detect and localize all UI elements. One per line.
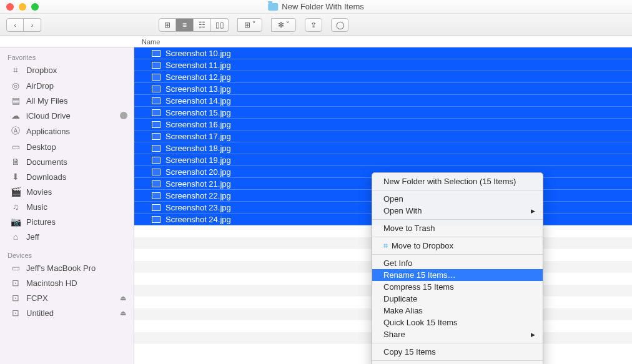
sidebar-device-jeff-s-macbook-pro[interactable]: ▭Jeff's MacBook Pro (0, 260, 134, 275)
image-file-icon (152, 180, 160, 187)
sidebar-icon: 📷 (10, 217, 21, 227)
fullscreen-window-button[interactable] (31, 3, 39, 11)
ctx-separator (372, 254, 543, 255)
file-row[interactable]: Screenshot 17.jpg (134, 130, 632, 142)
eject-icon[interactable]: ⏏ (120, 294, 126, 302)
list-icon: ≡ (182, 21, 187, 29)
back-button[interactable]: ‹ (6, 18, 24, 32)
ctx-open-with[interactable]: Open With (372, 205, 543, 217)
ctx-move-to-trash[interactable]: Move to Trash (372, 222, 543, 234)
ctx-open[interactable]: Open (372, 193, 543, 205)
ctx-quick-look[interactable]: Quick Look 15 Items (372, 317, 543, 328)
ctx-rename[interactable]: Rename 15 Items… (372, 269, 543, 281)
sidebar-item-applications[interactable]: ⒶApplications (0, 123, 134, 139)
file-name: Screenshot 10.jpg (165, 49, 231, 58)
arrange-button[interactable]: ⊞ ˅ (237, 18, 262, 32)
ctx-get-info[interactable]: Get Info (372, 257, 543, 269)
eject-icon[interactable]: ⏏ (120, 309, 126, 317)
ctx-copy[interactable]: Copy 15 Items (372, 346, 543, 358)
ctx-compress[interactable]: Compress 15 Items (372, 281, 543, 293)
file-list[interactable]: Screenshot 10.jpgScreenshot 11.jpgScreen… (134, 47, 632, 364)
file-row[interactable]: Screenshot 11.jpg (134, 59, 632, 71)
sidebar-item-label: Jeff (26, 232, 39, 242)
image-file-icon (152, 62, 160, 69)
sidebar-item-label: Movies (26, 187, 52, 197)
sidebar-item-label: FCPX (26, 293, 48, 303)
file-row[interactable]: Screenshot 14.jpg (134, 95, 632, 107)
file-name: Screenshot 18.jpg (165, 144, 231, 153)
sidebar-item-music[interactable]: ♫Music (0, 199, 134, 214)
file-row[interactable]: Screenshot 13.jpg (134, 83, 632, 95)
column-name-label: Name (142, 38, 160, 46)
image-file-icon (152, 157, 160, 164)
view-mode-buttons: ⊞ ≡ ☷ ▯▯ (159, 18, 229, 32)
file-row[interactable]: Screenshot 19.jpg (134, 154, 632, 166)
view-gallery-button[interactable]: ▯▯ (211, 18, 229, 32)
sidebar-item-label: Applications (26, 127, 70, 136)
file-row[interactable]: Screenshot 16.jpg (134, 119, 632, 130)
sidebar-item-all-my-files[interactable]: ▤All My Files (0, 93, 134, 108)
image-file-icon (152, 169, 160, 175)
sidebar-item-pictures[interactable]: 📷Pictures (0, 214, 134, 229)
sidebar-icon: ▤ (10, 96, 21, 106)
chevron-down-icon: ˅ (252, 21, 256, 29)
view-list-button[interactable]: ≡ (176, 18, 194, 32)
sidebar-item-airdrop[interactable]: ◎AirDrop (0, 78, 134, 93)
image-file-icon (152, 145, 160, 152)
ctx-duplicate[interactable]: Duplicate (372, 293, 543, 305)
file-row[interactable]: Screenshot 15.jpg (134, 107, 632, 119)
tags-button[interactable]: ◯ (331, 18, 348, 32)
sidebar-item-label: Untitled (26, 308, 54, 318)
forward-button[interactable]: › (24, 18, 41, 32)
chevron-left-icon: ‹ (14, 21, 16, 29)
drive-icon: ⊡ (10, 308, 21, 318)
nav-buttons: ‹ › (6, 18, 41, 32)
context-menu: New Folder with Selection (15 Items) Ope… (372, 172, 543, 364)
arrange-button-group: ⊞ ˅ (237, 18, 262, 32)
sidebar-item-documents[interactable]: 🗎Documents (0, 154, 134, 169)
file-row[interactable]: Screenshot 12.jpg (134, 71, 632, 83)
sidebar-item-label: AirDrop (26, 81, 54, 91)
close-window-button[interactable] (6, 3, 14, 11)
ctx-separator (372, 219, 543, 220)
sidebar-device-macintosh-hd[interactable]: ⊡Macintosh HD (0, 275, 134, 290)
sidebar-item-label: Music (26, 202, 47, 212)
sidebar-item-downloads[interactable]: ⬇Downloads (0, 169, 134, 184)
file-row[interactable]: Screenshot 18.jpg (134, 142, 632, 154)
sidebar-item-label: iCloud Drive (26, 111, 71, 121)
toolbar: ‹ › ⊞ ≡ ☷ ▯▯ ⊞ ˅ ✻ ˅ ⇪ ◯ (0, 14, 632, 36)
sidebar-item-dropbox[interactable]: ⌗Dropbox (0, 62, 134, 78)
gallery-icon: ▯▯ (215, 21, 224, 29)
sidebar-item-desktop[interactable]: ▭Desktop (0, 139, 134, 154)
sidebar-device-fcpx[interactable]: ⊡FCPX⏏ (0, 290, 134, 305)
chevron-down-icon: ˅ (286, 21, 290, 29)
window-title: New Folder With Items (268, 2, 363, 11)
file-row[interactable]: Screenshot 10.jpg (134, 47, 632, 59)
view-columns-button[interactable]: ☷ (194, 18, 211, 32)
sidebar-item-jeff[interactable]: ⌂Jeff (0, 229, 134, 244)
ctx-new-folder-selection[interactable]: New Folder with Selection (15 Items) (372, 175, 543, 187)
action-button[interactable]: ✻ ˅ (271, 18, 296, 32)
ctx-make-alias[interactable]: Make Alias (372, 305, 543, 317)
image-file-icon (152, 192, 160, 199)
drive-icon: ▭ (10, 263, 21, 273)
sidebar-item-icloud-drive[interactable]: ☁iCloud Drive (0, 108, 134, 123)
file-name: Screenshot 21.jpg (165, 179, 231, 189)
image-file-icon (152, 74, 160, 81)
minimize-window-button[interactable] (19, 3, 26, 11)
ctx-move-to-dropbox[interactable]: ⌗Move to Dropbox (372, 240, 543, 252)
ctx-separator (372, 360, 543, 361)
view-icons-button[interactable]: ⊞ (159, 18, 176, 32)
image-file-icon (152, 50, 160, 57)
sidebar-item-label: All My Files (26, 96, 67, 106)
sidebar-item-label: Dropbox (26, 66, 57, 75)
sidebar-icon: ♫ (10, 202, 21, 212)
share-button[interactable]: ⇪ (305, 18, 322, 32)
file-name: Screenshot 24.jpg (165, 215, 231, 224)
sidebar-device-untitled[interactable]: ⊡Untitled⏏ (0, 305, 134, 320)
file-name: Screenshot 20.jpg (165, 167, 231, 177)
gear-icon: ✻ (278, 21, 284, 29)
ctx-share[interactable]: Share (372, 328, 543, 340)
column-header[interactable]: Name (0, 36, 632, 47)
sidebar-item-movies[interactable]: 🎬Movies (0, 184, 134, 199)
